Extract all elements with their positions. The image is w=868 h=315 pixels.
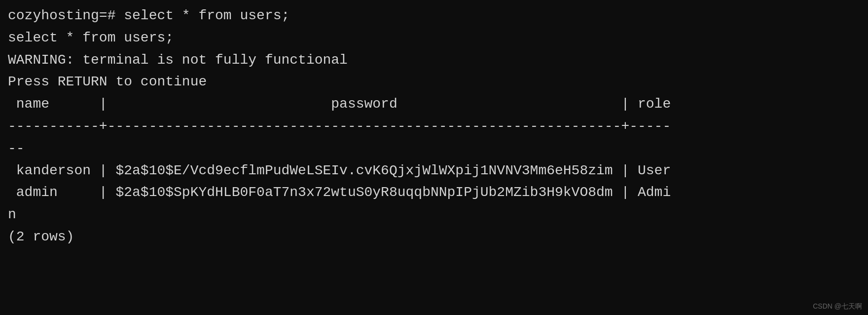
terminal-line-3: WARNING: terminal is not fully functiona… (8, 49, 860, 72)
terminal-line-9: -- (8, 138, 860, 160)
terminal-line-1: cozyhosting=# select * from users; (8, 5, 860, 27)
terminal-line-10: kanderson | $2a$10$E/Vcd9ecflmPudWeLSEIv… (8, 160, 860, 182)
terminal-line-2: select * from users; (8, 27, 860, 49)
terminal-line-13: (2 rows) (8, 226, 860, 248)
terminal-line-12: n (8, 204, 860, 226)
terminal-window: cozyhosting=# select * from users; selec… (0, 0, 868, 315)
terminal-line-6: name | password | role (8, 93, 860, 116)
terminal-line-8: -----------+----------------------------… (8, 116, 860, 138)
watermark: CSDN @七天啊 (813, 302, 862, 311)
terminal-line-11: admin | $2a$10$SpKYdHLB0F0aT7n3x72wtuS0y… (8, 182, 860, 204)
terminal-line-4: Press RETURN to continue (8, 71, 860, 93)
